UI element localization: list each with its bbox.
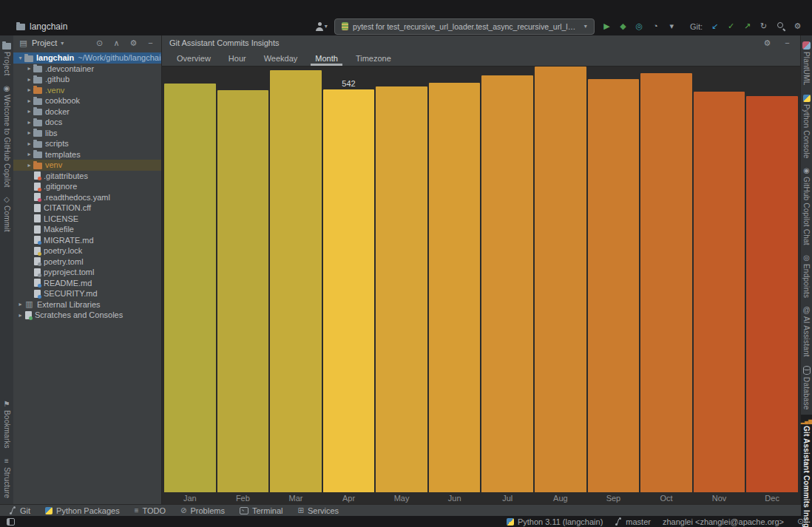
caret-right-icon[interactable]: ▸ [25,65,33,72]
tree-item-citation-cff[interactable]: CITATION.cff [13,203,161,214]
bar-column-jun[interactable]: Jun [429,67,481,504]
tree-item-poetry-toml[interactable]: poetry.toml [13,256,161,268]
tree-item-devcontainer[interactable]: ▸.devcontainer [13,64,161,75]
bar-aug[interactable] [535,67,586,492]
tree-item-scratches-and-consoles[interactable]: ▸Scratches and Consoles [13,310,161,321]
tab-month[interactable]: Month [306,50,347,66]
tree-item-external-libraries[interactable]: ▸▥External Libraries [13,299,161,310]
bar-mar[interactable] [270,70,322,492]
tree-item-templates[interactable]: ▸templates [13,149,161,160]
bar-column-jan[interactable]: Jan [164,67,216,504]
run-with-coverage-button[interactable]: ◎ [634,20,645,33]
caret-right-icon[interactable]: ▸ [25,151,33,157]
bar-apr[interactable] [323,89,375,492]
commit-button[interactable]: ✓ [725,20,737,33]
run-configuration-selector[interactable]: pytest for test_recursive_url_loader.tes… [334,18,595,35]
bar-feb[interactable] [217,90,269,492]
tool-button-github-copilot-chat[interactable]: ◉GitHub Copilot Chat [801,163,812,249]
bar-column-oct[interactable]: Oct [640,67,692,504]
tree-item-pyproject-toml[interactable]: pyproject.toml [13,267,161,278]
tool-button-git-assistant-commits-insights[interactable]: ▂▄▆Git Assistant Commits Insights [801,415,812,527]
more-run-options-button[interactable]: ▾ [666,20,677,33]
caret-right-icon[interactable]: ▸ [16,301,24,307]
bar-oct[interactable] [640,73,692,492]
tree-item-venv[interactable]: ▸venv [13,160,161,171]
tab-weekday[interactable]: Weekday [255,50,307,66]
user-avatar-button[interactable]: ▾ [315,20,328,33]
tree-item-poetry-lock[interactable]: poetry.lock [13,245,161,256]
search-everywhere-button[interactable] [776,20,787,33]
caret-right-icon[interactable]: ▸ [25,98,33,104]
bar-sep[interactable] [588,79,640,492]
caret-right-icon[interactable]: ▸ [25,108,33,115]
tab-hour[interactable]: Hour [220,50,255,66]
tab-timezone[interactable]: Timezone [347,50,400,66]
debug-button[interactable]: ◆ [618,20,629,33]
tree-item-makefile[interactable]: Makefile [13,224,161,235]
python-interpreter-status[interactable]: Python 3.11 (langchain) [507,517,603,526]
tool-button-python-packages[interactable]: Python Packages [45,506,120,515]
tree-item-readme-md[interactable]: README.md [13,278,161,289]
tool-button-todo[interactable]: ≡TODO [135,506,166,515]
tool-button-plantuml[interactable]: PlantUML [801,38,812,89]
tree-item-libs[interactable]: ▸libs [13,128,161,139]
caret-right-icon[interactable]: ▸ [25,119,33,126]
tree-item-langchain[interactable]: ▾langchain~/Work/github/langchain [13,52,161,64]
tool-button-problems[interactable]: ⊘Problems [180,506,225,515]
bar-column-sep[interactable]: Sep [588,67,640,504]
caret-right-icon[interactable]: ▸ [25,129,33,136]
caret-right-icon[interactable]: ▸ [25,76,33,83]
bar-column-may[interactable]: May [376,67,427,504]
bar-column-apr[interactable]: 542Apr [323,67,375,504]
options-button[interactable]: ⚙ [128,36,139,50]
tree-item-venv[interactable]: ▸.venv [13,85,161,96]
tool-button-services[interactable]: ⊞Services [298,506,339,515]
settings-button[interactable]: ⚙ [792,20,803,33]
bar-jan[interactable] [164,84,216,492]
tree-item-security-md[interactable]: SECURITY.md [13,288,161,299]
tree-item-docker[interactable]: ▸docker [13,106,161,118]
update-project-button[interactable]: ↙ [709,20,720,33]
bar-may[interactable] [376,86,427,492]
tool-button-terminal[interactable]: Terminal [240,506,283,515]
bar-column-jul[interactable]: Jul [481,67,533,504]
project-panel-title[interactable]: Project [32,38,57,47]
tool-button-python-console[interactable]: Python Console [801,91,812,162]
tree-item-cookbook[interactable]: ▸cookbook [13,95,161,106]
caret-right-icon[interactable]: ▸ [25,86,33,93]
select-opened-file-button[interactable]: ⊙ [94,36,105,50]
git-branch-status[interactable]: master [615,517,651,526]
tree-item-gitattributes[interactable]: .gitattributes [13,171,161,182]
tree-item-readthedocs-yaml[interactable]: .readthedocs.yaml [13,192,161,203]
hide-button[interactable]: − [145,36,156,50]
tree-item-scripts[interactable]: ▸scripts [13,138,161,149]
tab-overview[interactable]: Overview [168,50,220,66]
bar-nov[interactable] [694,92,745,492]
run-button[interactable]: ▶ [601,20,612,33]
tool-button-database[interactable]: Database [801,362,812,413]
tool-button-copilot-welcome[interactable]: ◉Welcome to GitHub Copilot [0,81,13,191]
push-button[interactable]: ↗ [742,20,753,33]
tool-button-project[interactable]: Project [0,38,13,80]
tree-item-gitignore[interactable]: .gitignore [13,181,161,192]
tool-button-endpoints[interactable]: ◎Endpoints [801,251,812,302]
tool-button-bookmarks[interactable]: ⚑Bookmarks [0,397,13,452]
tree-item-docs[interactable]: ▸docs [13,117,161,128]
bar-column-mar[interactable]: Mar [270,67,322,504]
bar-jul[interactable] [481,75,533,492]
tool-button-structure[interactable]: ≡Structure [0,454,13,502]
tree-item-license[interactable]: LICENSE [13,214,161,225]
bar-jun[interactable] [429,83,481,492]
bar-dec[interactable] [746,96,798,492]
tree-item-github[interactable]: ▸.github [13,74,161,85]
bar-column-aug[interactable]: Aug [535,67,586,504]
bar-column-feb[interactable]: Feb [217,67,269,504]
tool-button-git[interactable]: Git [9,506,30,515]
caret-down-icon[interactable]: ▾ [16,55,24,61]
hide-button[interactable]: − [782,36,793,50]
git-user-status[interactable]: zhanglei <zhanglei@apache.org> [663,517,784,526]
layout-icon[interactable] [7,518,15,526]
bar-column-dec[interactable]: Dec [746,67,798,504]
bar-column-nov[interactable]: Nov [694,67,745,504]
options-button[interactable]: ⚙ [762,36,773,50]
